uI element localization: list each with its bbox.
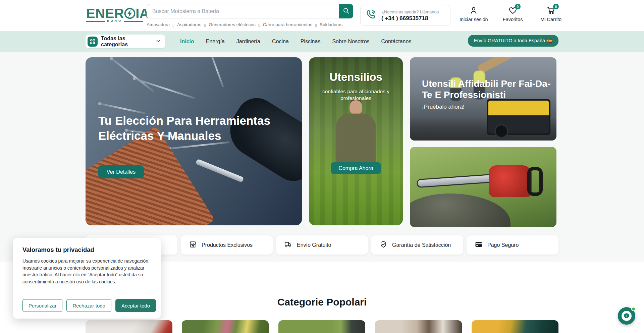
phone-icon [365,8,378,23]
cart-count-badge: 0 [553,4,559,9]
quick-link-generadores[interactable]: Generadores eléctricos [209,22,256,27]
category-image[interactable] [182,320,269,333]
feature-label: Pago Seguro [487,242,519,248]
category-image[interactable] [472,320,558,333]
nav-item-contactanos[interactable]: Contáctanos [381,39,412,45]
page: ENER IA EURO Amasadora▯Aspiradoras▯Gener… [0,0,644,333]
category-image[interactable] [278,320,365,333]
cookie-dialog-body: Usamos cookies para mejorar su experienc… [22,258,152,285]
help-phone-number: ( +34 ) 669535718 [381,15,439,22]
reject-all-button[interactable]: Rechazar todo [66,299,111,312]
decor-generator [487,99,550,135]
favorites-button[interactable]: 0 Favoritos [499,6,526,22]
login-button[interactable]: Iniciar sesión [460,6,488,22]
credit-card-icon [475,240,483,250]
favorites-count-badge: 0 [515,4,521,9]
chat-online-dot [631,307,636,311]
help-phone-box[interactable]: ¿Necesitas ayuda? Llámanos ( +34 ) 66953… [360,5,450,26]
login-label: Iniciar sesión [460,17,488,22]
logo[interactable]: ENER IA EURO [86,7,143,22]
user-icon [469,6,478,15]
cart-button[interactable]: 0 Mi Carrito [538,6,565,22]
quick-link-carro[interactable]: Carro para herramientas [263,22,312,27]
quick-link-separator: ▯ [204,23,206,27]
decor-excavator-arm [477,57,526,74]
hero-main-title: Tu Elección Para Herramientas Eléctricas… [98,113,279,143]
storefront-icon [189,240,197,250]
hero-middle-title: Utensilios [309,71,403,84]
nav-item-jardineria[interactable]: Jardinería [236,39,260,45]
hero-right-bottom-banner [410,147,556,227]
hero-middle-banner: Utensilios confiables para aficionados y… [309,57,403,225]
decor-gardener [350,100,362,115]
shield-check-icon [379,240,387,250]
lightning-bolt-icon [124,7,136,19]
logo-underline: EURO [86,21,143,22]
decor-rock [410,193,511,227]
nav-item-energia[interactable]: Energía [206,39,225,45]
cookie-dialog-buttons: Personalizar Rechazar todo Aceptar todo [22,299,156,312]
hero-right-top-subtitle: ¡Pruébalo ahora! [422,104,465,110]
quick-link-separator: ▯ [258,23,260,27]
nav-item-inicio[interactable]: Inicio [180,39,194,45]
hero-right-top-title: Utensili Affidabili Per Fai-Da-Te E Prof… [422,78,553,100]
category-image[interactable] [86,320,172,333]
logo-text-left: ENER [86,7,124,20]
decor-nail [111,58,154,92]
header: ENER IA EURO Amasadora▯Aspiradoras▯Gener… [0,0,644,31]
help-text: ¿Necesitas ayuda? Llámanos [381,9,439,14]
decor-chainsaw-handle [527,167,543,196]
hero-main-banner: Tu Elección Para Herramientas Eléctricas… [86,57,302,225]
all-categories-dropdown[interactable]: Todas las categorias [86,35,165,48]
decor-chainsaw-blade [416,174,497,188]
main-nav: Todas las categorias Inicio Energía Jard… [0,31,644,52]
decor-chainsaw-body [489,165,532,197]
quick-link-aspiradoras[interactable]: Aspiradoras [177,22,201,27]
compra-ahora-button[interactable]: Compra Ahora [331,162,381,174]
nav-item-cocina[interactable]: Cocina [272,39,289,45]
nav-links: Inicio Energía Jardinería Cocina Piscina… [180,31,411,52]
all-categories-label: Todas las categorias [101,36,152,48]
account-menu: Iniciar sesión 0 Favoritos 0 Mi Carrito [460,6,565,22]
decor-nail [209,57,224,88]
quick-links: Amasadora▯Aspiradoras▯Generadores eléctr… [147,22,342,27]
quick-link-separator: ▯ [315,23,317,27]
feature-card-pago-seguro: Pago Seguro [467,235,558,255]
nav-item-sobre-nosotros[interactable]: Sobre Nosotros [332,39,369,45]
search-bar [147,4,353,18]
favorites-label: Favoritos [503,17,523,22]
decor-nail [134,78,195,99]
category-image[interactable] [375,320,462,333]
cookie-consent-dialog: Valoramos tu privacidad Usamos cookies p… [13,238,161,319]
feature-label: Productos Exclusivos [202,242,253,248]
feature-card-envio-gratuito: Envío Gratuito [276,235,368,255]
feature-card-garantia: Garantía de Satisfacción [371,235,463,255]
accept-all-button[interactable]: Aceptar todo [115,299,156,312]
heart-icon: 0 [508,6,517,15]
hero-right-top-banner: Utensili Affidabili Per Fai-Da-Te E Prof… [410,57,556,141]
chevron-down-icon [155,38,161,45]
categories-grid-icon [88,37,98,47]
ver-detalles-button[interactable]: Ver Detalles [98,165,144,178]
feature-label: Garantía de Satisfacción [392,242,451,248]
quick-link-amasadora[interactable]: Amasadora [147,22,170,27]
cookie-dialog-title: Valoramos tu privacidad [22,246,151,254]
decor-nail [99,103,146,114]
feature-card-productos-exclusivos: Productos Exclusivos [181,235,273,255]
search-input[interactable] [147,4,353,18]
truck-icon [284,240,292,250]
cart-label: Mi Carrito [540,17,561,22]
chat-bubble-icon [622,311,632,321]
search-icon [342,7,350,15]
personalize-button[interactable]: Personalizar [22,299,62,312]
search-button[interactable] [339,4,353,18]
free-shipping-banner-button[interactable]: Envío GRATUITO a toda España 🇪🇸 [468,35,558,47]
cart-icon: 0 [547,6,555,15]
logo-subtext: EURO [105,19,124,22]
chat-widget-button[interactable] [618,307,635,325]
feature-label: Envío Gratuito [297,242,331,248]
logo-wordmark: ENER IA [86,7,143,20]
hero-middle-subtitle: confiables para aficionados y profesiona… [317,88,394,102]
nav-item-piscinas[interactable]: Piscinas [301,39,321,45]
quick-link-soldadoras[interactable]: Soldadoras [320,22,342,27]
